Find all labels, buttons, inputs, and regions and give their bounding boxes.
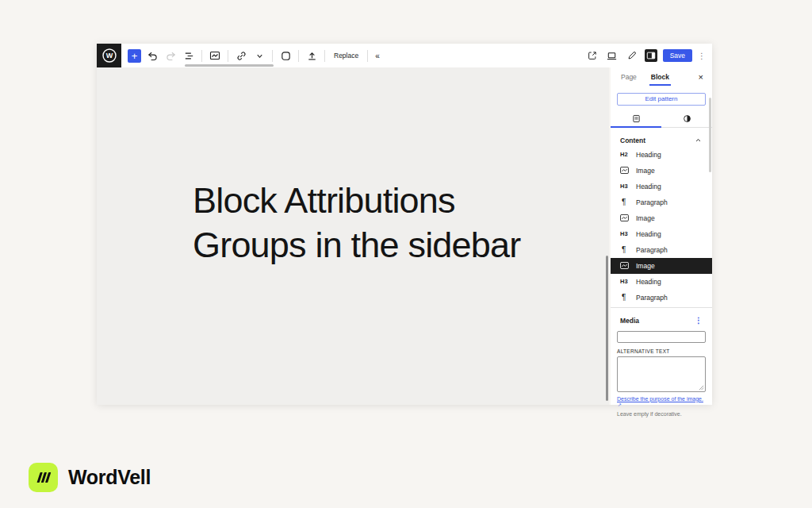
media-panel: Media ⋮ ALTERNATIVE TEXT Describe the pu… bbox=[611, 308, 712, 421]
block-label: Image bbox=[636, 262, 655, 270]
image-block-icon bbox=[209, 49, 221, 62]
save-button[interactable]: Save bbox=[663, 49, 692, 62]
block-label: Paragraph bbox=[636, 294, 668, 302]
media-panel-title: Media bbox=[620, 317, 639, 325]
view-site-button[interactable] bbox=[585, 48, 599, 63]
undo-button[interactable] bbox=[145, 48, 159, 63]
block-list-item-heading[interactable]: H3Heading bbox=[611, 179, 712, 194]
paragraph-block-icon: ¶ bbox=[620, 245, 632, 254]
media-options-button[interactable]: ⋮ bbox=[695, 316, 703, 325]
toolbar-separator bbox=[228, 50, 228, 62]
toolbar-separator bbox=[201, 50, 202, 62]
list-view-button[interactable] bbox=[182, 48, 196, 63]
settings-list-icon bbox=[631, 114, 642, 124]
svg-text:W: W bbox=[105, 52, 113, 60]
block-label: Heading bbox=[636, 151, 661, 159]
content-panel-title: Content bbox=[620, 137, 645, 144]
block-label: Heading bbox=[636, 278, 661, 286]
block-label: Image bbox=[636, 214, 655, 222]
link-options-chevron-button[interactable] bbox=[252, 48, 266, 63]
block-inserter-button[interactable]: + bbox=[128, 49, 141, 63]
external-arrow-icon: ↗ bbox=[618, 402, 622, 407]
tab-page[interactable]: Page bbox=[614, 67, 644, 86]
pencil-icon bbox=[626, 50, 638, 61]
sidebar-scrollbar[interactable] bbox=[709, 98, 712, 172]
block-label: Heading bbox=[636, 183, 661, 190]
editor-canvas[interactable]: Block Attributions Groups in the sidebar bbox=[97, 67, 609, 405]
block-label: Paragraph bbox=[636, 198, 668, 206]
tab-styles[interactable] bbox=[661, 110, 712, 127]
chevron-up-icon bbox=[694, 136, 703, 144]
list-view-icon bbox=[183, 50, 195, 62]
chevron-down-icon bbox=[255, 52, 264, 60]
wordpress-logo-button[interactable]: W bbox=[97, 44, 121, 67]
alt-text-input[interactable] bbox=[617, 356, 706, 392]
close-sidebar-button[interactable]: × bbox=[693, 67, 709, 86]
heading-block-icon: H3 bbox=[620, 183, 632, 190]
image-block-icon bbox=[620, 214, 629, 221]
block-list: H2HeadingImageH3Heading¶ParagraphImageH3… bbox=[611, 147, 712, 306]
editor-window: W + bbox=[97, 44, 712, 405]
laptop-icon bbox=[606, 50, 618, 62]
wordvell-logo-icon bbox=[29, 463, 58, 492]
toolbar-scrollbar[interactable] bbox=[185, 64, 274, 67]
duotone-filter-button[interactable] bbox=[278, 48, 293, 63]
block-list-item-image[interactable]: Image bbox=[611, 163, 712, 179]
upload-icon bbox=[306, 50, 318, 62]
heading-block-icon: H2 bbox=[620, 151, 632, 158]
upload-button[interactable] bbox=[304, 48, 319, 63]
tab-block[interactable]: Block bbox=[644, 67, 676, 86]
image-block-icon bbox=[620, 167, 629, 174]
tab-settings[interactable] bbox=[611, 110, 661, 127]
block-list-item-heading[interactable]: H3Heading bbox=[611, 274, 712, 290]
describe-purpose-link[interactable]: Describe the purpose of the image.↗ bbox=[611, 395, 712, 407]
replace-button[interactable]: Replace bbox=[331, 52, 362, 60]
heading-block-icon: H3 bbox=[620, 278, 632, 285]
block-list-item-paragraph[interactable]: ¶Paragraph bbox=[611, 194, 712, 210]
edit-pattern-button[interactable]: Edit pattern bbox=[617, 93, 706, 106]
toolbar-separator bbox=[298, 50, 299, 62]
block-label: Heading bbox=[636, 230, 661, 238]
settings-sidebar: Page Block × Edit pattern bbox=[611, 67, 712, 405]
sidebar-tab-bar: Page Block × bbox=[611, 67, 712, 86]
block-label: Paragraph bbox=[636, 246, 668, 254]
brand-name: WordVell bbox=[68, 466, 151, 489]
canvas-scrollbar[interactable] bbox=[606, 256, 608, 401]
edit-mode-button[interactable] bbox=[625, 48, 639, 63]
preview-device-button[interactable] bbox=[605, 48, 619, 63]
image-block-icon bbox=[620, 167, 632, 174]
paragraph-block-icon: ¶ bbox=[620, 293, 632, 302]
redo-icon bbox=[165, 50, 177, 62]
image-block-icon bbox=[620, 214, 632, 221]
image-block-icon bbox=[620, 262, 629, 269]
collapse-content-panel-button[interactable] bbox=[694, 136, 703, 144]
image-block-toolbar-button[interactable] bbox=[208, 48, 222, 63]
undo-icon bbox=[147, 50, 159, 62]
block-label: Image bbox=[636, 167, 655, 175]
settings-sidebar-toggle-button[interactable] bbox=[645, 49, 657, 62]
heading-line-2: Groups in the sidebar bbox=[193, 223, 520, 267]
heading-line-1: Block Attributions bbox=[193, 179, 520, 223]
redo-button[interactable] bbox=[163, 48, 178, 63]
paragraph-block-icon: ¶ bbox=[620, 198, 632, 206]
toolbar-separator bbox=[367, 50, 368, 62]
media-upload-field[interactable] bbox=[617, 331, 706, 343]
block-list-item-paragraph[interactable]: ¶Paragraph bbox=[611, 290, 712, 306]
block-list-item-image[interactable]: Image bbox=[611, 210, 712, 226]
image-block-icon bbox=[620, 262, 632, 269]
options-menu-button[interactable]: ⋮ bbox=[698, 52, 706, 60]
collapse-toolbar-button[interactable]: « bbox=[373, 52, 381, 60]
canvas-heading[interactable]: Block Attributions Groups in the sidebar bbox=[193, 179, 520, 267]
styles-halfcircle-icon bbox=[682, 114, 692, 124]
block-list-item-heading[interactable]: H2Heading bbox=[611, 147, 712, 163]
external-link-icon bbox=[587, 50, 598, 61]
link-button[interactable] bbox=[234, 48, 248, 63]
block-list-item-heading[interactable]: H3Heading bbox=[611, 226, 712, 242]
block-list-item-image[interactable]: Image bbox=[611, 258, 712, 274]
sidebar-icon-tabs bbox=[611, 110, 712, 128]
decorative-note: Leave empty if decorative. bbox=[611, 410, 712, 421]
wordpress-icon: W bbox=[102, 48, 117, 64]
heading-block-icon: H3 bbox=[620, 230, 632, 237]
toolbar-separator bbox=[324, 50, 325, 62]
block-list-item-paragraph[interactable]: ¶Paragraph bbox=[611, 242, 712, 258]
